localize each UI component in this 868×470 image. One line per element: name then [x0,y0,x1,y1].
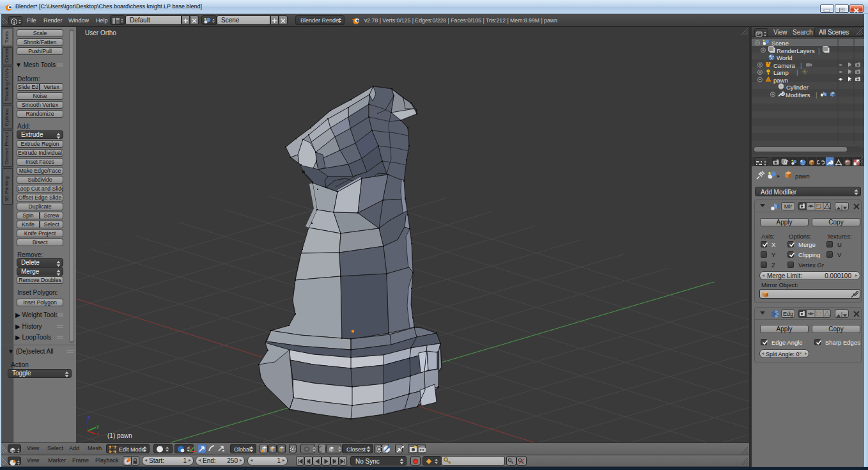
svg-text:Scene: Scene [771,40,789,47]
svg-text:Modifiers: Modifiers [786,91,810,98]
svg-text:Lamp: Lamp [773,69,789,76]
svg-text:x: x [97,431,99,437]
svg-text:World: World [777,54,793,61]
svg-text:RenderLayers: RenderLayers [777,47,815,54]
svg-text:z: z [88,414,90,420]
svg-text:Cylinder: Cylinder [786,84,809,91]
svg-text:|: | [816,91,818,98]
svg-text:|: | [818,47,820,54]
svg-text:y: y [97,423,99,429]
svg-text:Camera: Camera [773,62,796,69]
svg-text:|: | [800,62,802,69]
svg-text:pawn: pawn [773,77,788,84]
svg-text:|: | [796,69,798,76]
svg-text:(1) pawn: (1) pawn [107,432,132,439]
svg-text:User Ortho: User Ortho [85,29,116,36]
